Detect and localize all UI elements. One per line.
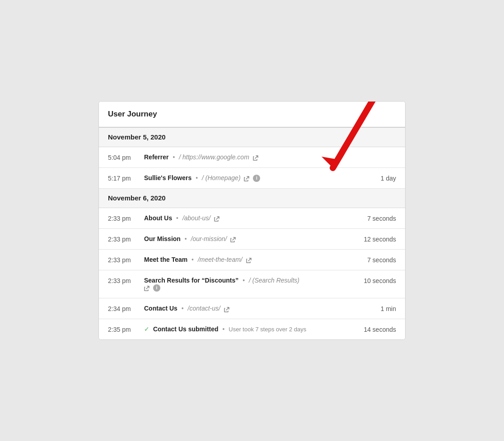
separator: • — [196, 174, 198, 181]
row-content: Meet the Team • /meet-the-team/ — [144, 256, 355, 263]
page-title: Search Results for “Discounts” — [144, 277, 238, 284]
separator: • — [176, 214, 178, 222]
row-time: 5:04 pm — [108, 153, 144, 161]
separator: • — [173, 153, 175, 161]
table-row: 2:34 pm Contact Us • /contact-us/ 1 min — [99, 298, 405, 319]
row-content: Referrer • / https://www.google.com — [144, 153, 355, 161]
table-row: 2:35 pm ✓ Contact Us submitted • User to… — [99, 319, 405, 339]
row-duration — [355, 153, 396, 154]
row-time: 2:33 pm — [108, 214, 144, 222]
submitted-label: Contact Us submitted — [153, 325, 219, 333]
table-row: 2:33 pm About Us • /about-us/ 7 seconds — [99, 208, 405, 229]
row-duration: 14 seconds — [355, 325, 396, 333]
external-link-icon[interactable] — [144, 285, 149, 291]
external-link-icon[interactable] — [224, 306, 229, 312]
table-row: 5:04 pm Referrer • / https://www.google.… — [99, 147, 405, 168]
row-duration: 10 seconds — [355, 277, 396, 284]
page-url: /meet-the-team/ — [198, 256, 243, 263]
info-icon[interactable]: i — [153, 284, 160, 292]
user-journey-card: User Journey November 5, 2020 5:04 pm Re… — [98, 101, 406, 340]
date-header-nov5: November 5, 2020 — [99, 128, 405, 147]
card-title: User Journey — [108, 110, 396, 119]
page-url: / https://www.google.com — [179, 153, 249, 161]
separator: • — [222, 325, 224, 333]
page-title: Contact Us — [144, 305, 177, 312]
row-content: Our Mission • /our-mission/ — [144, 235, 355, 242]
row-time: 2:34 pm — [108, 305, 144, 312]
row-time: 2:33 pm — [108, 277, 144, 284]
page-url: /about-us/ — [182, 214, 210, 222]
card-header: User Journey — [99, 102, 405, 128]
external-link-icon[interactable] — [244, 176, 249, 181]
date-label-nov6: November 6, 2020 — [108, 194, 166, 202]
table-row: 5:17 pm Sullie's Flowers • / (Homepage) … — [99, 168, 405, 189]
row-time: 2:33 pm — [108, 235, 144, 243]
table-row: 2:33 pm Meet the Team • /meet-the-team/ … — [99, 250, 405, 270]
separator: • — [182, 305, 184, 312]
row-content: Contact Us • /contact-us/ — [144, 305, 355, 312]
row-duration: 7 seconds — [355, 256, 396, 264]
row-duration: 1 min — [355, 305, 396, 312]
external-link-icon[interactable] — [230, 237, 236, 242]
table-row: 2:33 pm Search Results for “Discounts” •… — [99, 270, 405, 298]
page-url: / (Homepage) — [202, 174, 241, 181]
date-header-nov6: November 6, 2020 — [99, 189, 405, 208]
info-icon[interactable]: i — [253, 175, 260, 182]
page-title: About Us — [144, 214, 172, 222]
separator: • — [191, 256, 194, 263]
page-url: /contact-us/ — [188, 305, 220, 312]
page-url: /our-mission/ — [191, 235, 227, 242]
row-content: Sullie's Flowers • / (Homepage) i — [144, 174, 355, 182]
page-title: Meet the Team — [144, 256, 187, 263]
row-time: 2:35 pm — [108, 325, 144, 333]
page-url: / (Search Results) — [249, 277, 299, 284]
date-label-nov5: November 5, 2020 — [108, 133, 166, 141]
row-duration: 1 day — [355, 174, 396, 182]
row-time: 5:17 pm — [108, 174, 144, 182]
external-link-icon[interactable] — [214, 216, 219, 221]
row-duration: 7 seconds — [355, 214, 396, 222]
row-duration: 12 seconds — [355, 235, 396, 243]
row-time: 2:33 pm — [108, 256, 144, 264]
row-content: ✓ Contact Us submitted • User took 7 ste… — [144, 325, 355, 333]
row-content: Search Results for “Discounts” • / (Sear… — [144, 277, 355, 292]
table-row: 2:33 pm Our Mission • /our-mission/ 12 s… — [99, 229, 405, 250]
external-link-icon[interactable] — [253, 155, 258, 160]
page-title: Sullie's Flowers — [144, 174, 191, 181]
row-content: About Us • /about-us/ — [144, 214, 355, 222]
sub-detail: User took 7 steps over 2 days — [229, 326, 306, 333]
separator: • — [185, 235, 187, 242]
external-link-icon[interactable] — [246, 257, 252, 263]
page-title: Referrer — [144, 153, 168, 161]
checkmark-icon: ✓ — [144, 325, 149, 333]
separator: • — [243, 277, 245, 284]
page-title: Our Mission — [144, 235, 181, 242]
